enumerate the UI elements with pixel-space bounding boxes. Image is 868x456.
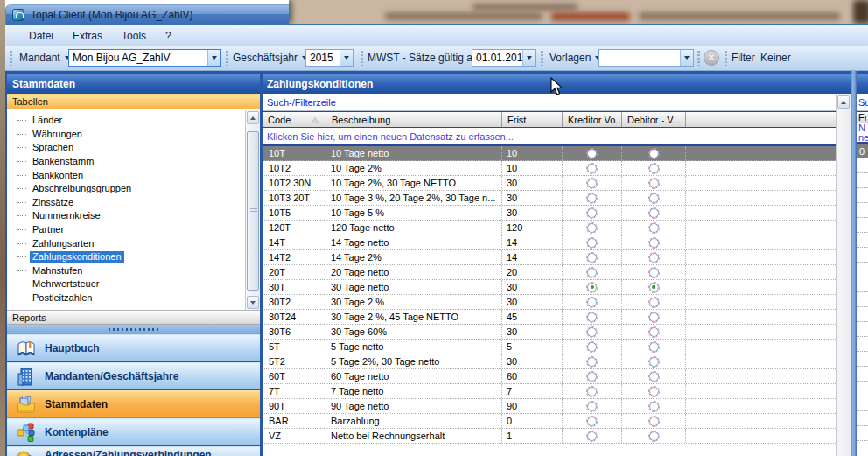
debitor-radio[interactable] bbox=[649, 342, 659, 352]
sidebar-item-bankenstamm[interactable]: Bankenstamm bbox=[7, 155, 260, 169]
search-filter-row[interactable]: Such-/Filterzeile bbox=[262, 94, 836, 111]
table-row-90t[interactable]: 90T90 Tage netto90 bbox=[262, 399, 836, 414]
sidebar-item-sprachen[interactable]: Sprachen bbox=[7, 141, 260, 155]
nav-kontenpläne[interactable]: Kontenpläne bbox=[7, 418, 260, 446]
table-row-vz[interactable]: VZNetto bei Rechnungserhalt1 bbox=[262, 429, 836, 444]
sidebar-group-reports[interactable]: Reports bbox=[7, 310, 260, 325]
sidebar-item-nummernkreise[interactable]: Nummernkreise bbox=[7, 209, 260, 223]
kreditor-radio[interactable] bbox=[587, 327, 597, 337]
kreditor-radio[interactable] bbox=[587, 238, 597, 248]
table-row-60t[interactable]: 60T60 Tage netto60 bbox=[262, 369, 836, 384]
sidebar-item-zinssätze[interactable]: Zinssätze bbox=[7, 196, 260, 210]
table-row-10t3-20t[interactable]: 10T3 20T10 Tage 3 %, 20 Tage 2%, 30 Tage… bbox=[262, 191, 836, 206]
new-record-link[interactable]: Klicken Sie hier, um einen neuen Datensa… bbox=[262, 128, 836, 146]
kreditor-radio[interactable] bbox=[587, 179, 597, 188]
menu-datei[interactable]: Datei bbox=[19, 27, 63, 45]
kreditor-radio[interactable] bbox=[587, 149, 597, 158]
kreditor-radio[interactable] bbox=[587, 431, 597, 441]
kreditor-radio[interactable] bbox=[587, 387, 597, 396]
sidebar-item-mahnstufen[interactable]: Mahnstufen bbox=[7, 264, 260, 278]
scroll-down-button[interactable] bbox=[247, 296, 259, 309]
table-row-30t2[interactable]: 30T230 Tage 2 %30 bbox=[262, 295, 836, 310]
combo-dropdown-button[interactable] bbox=[340, 50, 353, 66]
sidebar-splitter[interactable] bbox=[7, 325, 260, 334]
mwst-menu-button[interactable]: MWST - Sätze gültig ab bbox=[368, 49, 488, 67]
sidebar-item-zahlungskonditionen[interactable]: Zahlungskonditionen bbox=[7, 250, 260, 264]
toolbar-grip[interactable] bbox=[697, 51, 700, 66]
table-row-30t[interactable]: 30T30 Tage netto30 bbox=[262, 280, 836, 295]
kreditor-radio[interactable] bbox=[587, 164, 597, 173]
kreditor-radio[interactable] bbox=[587, 223, 597, 233]
table-row-10t2[interactable]: 10T210 Tage 2%10 bbox=[262, 161, 836, 176]
debitor-radio[interactable] bbox=[649, 402, 659, 411]
column-code[interactable]: Code bbox=[262, 112, 326, 127]
debitor-radio[interactable] bbox=[649, 357, 659, 367]
sidebar-item-zahlungsarten[interactable]: Zahlungsarten bbox=[7, 236, 260, 250]
kreditor-radio[interactable] bbox=[587, 402, 597, 411]
sidebar-item-abschreibungsgruppen[interactable]: Abschreibungsgruppen bbox=[7, 182, 260, 196]
table-row-14t2[interactable]: 14T214 Tage 2%14 bbox=[262, 250, 836, 265]
right-pane-selected-cell[interactable]: 0 bbox=[857, 144, 868, 158]
sidebar-item-länder[interactable]: Länder bbox=[7, 114, 260, 128]
tree-scrollbar[interactable] bbox=[245, 110, 260, 310]
table-row-10t5[interactable]: 10T510 Tage 5 %30 bbox=[262, 206, 836, 221]
table-row-14t[interactable]: 14T14 Tage netto14 bbox=[262, 235, 836, 250]
table-row-20t[interactable]: 20T20 Tage netto20 bbox=[262, 265, 836, 280]
nav-hauptbuch[interactable]: Hauptbuch bbox=[7, 334, 260, 362]
debitor-radio[interactable] bbox=[649, 283, 659, 292]
table-row-30t24[interactable]: 30T2430 Tage 2 %, 45 Tage NETTO45 bbox=[262, 310, 836, 325]
combo-dropdown-button[interactable] bbox=[522, 50, 536, 66]
table-scrollbar[interactable] bbox=[836, 94, 850, 456]
debitor-radio[interactable] bbox=[649, 193, 659, 203]
toolbar-grip[interactable] bbox=[10, 51, 12, 66]
geschaeftsjahr-menu-button[interactable]: Geschäftsjahr bbox=[233, 49, 307, 67]
debitor-radio[interactable] bbox=[649, 327, 659, 337]
sidebar-item-partner[interactable]: Partner bbox=[7, 223, 260, 237]
table-row-7t[interactable]: 7T7 Tage netto7 bbox=[262, 384, 836, 399]
sidebar-item-währungen[interactable]: Währungen bbox=[7, 128, 260, 142]
mandant-combobox[interactable]: Mon Bijou AG_ZahlV bbox=[68, 49, 221, 67]
debitor-radio[interactable] bbox=[649, 149, 659, 158]
table-row-30t6[interactable]: 30T630 Tage 60%30 bbox=[262, 325, 836, 340]
toolbar-grip[interactable] bbox=[541, 51, 543, 66]
nav-adressen-zahlungsverbindungen[interactable]: Adressen/Zahlungsverbindungen bbox=[7, 446, 260, 456]
kreditor-radio[interactable] bbox=[587, 208, 597, 218]
kreditor-radio[interactable] bbox=[587, 193, 597, 203]
toolbar-grip[interactable] bbox=[226, 51, 228, 66]
table-row-bar[interactable]: BARBarzahlung0 bbox=[262, 414, 836, 429]
clear-filter-button[interactable]: ✕ bbox=[704, 50, 719, 66]
sidebar-item-postleitzahlen[interactable]: Postleitzahlen bbox=[7, 291, 260, 305]
sidebar-item-mehrwertsteuer[interactable]: Mehrwertsteuer bbox=[7, 277, 260, 291]
scroll-up-button[interactable] bbox=[837, 95, 850, 109]
table-row-120t[interactable]: 120T120 Tage netto120 bbox=[262, 221, 836, 235]
column-frist[interactable]: Frist bbox=[501, 112, 562, 127]
mandant-menu-button[interactable]: Mandant bbox=[19, 49, 70, 67]
kreditor-radio[interactable] bbox=[587, 417, 597, 426]
kreditor-radio[interactable] bbox=[587, 357, 597, 367]
geschaeftsjahr-combobox[interactable]: 2015 bbox=[305, 49, 354, 67]
mwst-date-combobox[interactable]: 01.01.2011 bbox=[472, 49, 536, 67]
kreditor-radio[interactable] bbox=[587, 342, 597, 352]
debitor-radio[interactable] bbox=[649, 164, 659, 173]
vorlagen-menu-button[interactable]: Vorlagen bbox=[550, 49, 600, 67]
toolbar-grip[interactable] bbox=[360, 51, 363, 66]
menu-tools[interactable]: Tools bbox=[112, 27, 156, 45]
kreditor-radio[interactable] bbox=[587, 372, 597, 382]
kreditor-radio[interactable] bbox=[587, 312, 597, 322]
scroll-up-button[interactable] bbox=[247, 111, 259, 124]
kreditor-radio[interactable] bbox=[587, 283, 597, 292]
debitor-radio[interactable] bbox=[649, 298, 659, 307]
debitor-radio[interactable] bbox=[649, 387, 659, 396]
toolbar-grip[interactable] bbox=[724, 51, 727, 66]
combo-dropdown-button[interactable] bbox=[207, 50, 220, 66]
table-row-10t2-30n[interactable]: 10T2 30N10 Tage 2%, 30 Tage NETTO30 bbox=[262, 176, 836, 191]
debitor-radio[interactable] bbox=[649, 268, 659, 277]
menu-help[interactable]: ? bbox=[156, 27, 181, 45]
column-kreditor[interactable]: Kreditor Vo... bbox=[562, 112, 621, 127]
combo-dropdown-button[interactable] bbox=[680, 50, 693, 66]
debitor-radio[interactable] bbox=[649, 253, 659, 263]
debitor-radio[interactable] bbox=[649, 431, 659, 441]
right-pane-new-record-link[interactable]: N ne bbox=[857, 123, 868, 144]
debitor-radio[interactable] bbox=[649, 417, 659, 426]
column-debitor[interactable]: Debitor - V... bbox=[621, 112, 685, 127]
